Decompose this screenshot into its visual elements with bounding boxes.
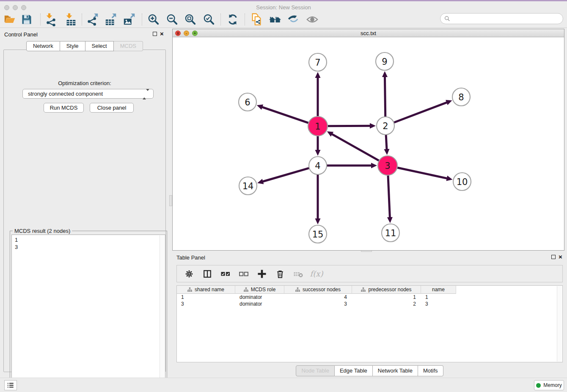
column-header-predecessor-nodes[interactable]: predecessor nodes (352, 286, 421, 294)
network-canvas[interactable]: 7968124314101511 (173, 37, 564, 250)
table-settings-button[interactable] (184, 268, 195, 279)
select-all-button[interactable] (220, 268, 231, 279)
edge-2-8[interactable] (393, 102, 448, 123)
run-mcds-button[interactable]: Run MCDS (44, 103, 84, 113)
cell-MCDS-role[interactable]: dominator (235, 301, 284, 307)
app-title: Session: New Session (0, 4, 567, 11)
edge-3-1[interactable] (331, 134, 380, 161)
open-session-button[interactable] (3, 12, 17, 27)
search-input[interactable] (450, 16, 563, 22)
import-table-button[interactable] (63, 12, 78, 27)
scrollbar[interactable] (557, 286, 562, 362)
control-panel-tabs: NetworkStyleSelectMCDS (0, 41, 169, 51)
task-history-button[interactable] (4, 380, 17, 390)
export-table-icon (104, 13, 118, 26)
tab-network-table[interactable]: Network Table (373, 365, 418, 376)
cell-predecessor-nodes[interactable]: 2 (352, 301, 421, 307)
edge-3-11[interactable] (388, 174, 390, 218)
scrollbar[interactable] (160, 235, 165, 391)
table-row[interactable]: 1dominator411 (177, 294, 562, 301)
cell-name[interactable]: 3 (421, 301, 456, 307)
function-builder-button[interactable]: f(x) (311, 268, 322, 279)
deselect-all-button[interactable] (238, 268, 249, 279)
cell-shared-name[interactable]: 1 (177, 294, 235, 301)
delete-column-button[interactable] (275, 268, 286, 279)
column-label: MCDS role (251, 287, 276, 293)
table-panel: Table Panel × (172, 252, 567, 377)
node-1[interactable]: 1 (308, 116, 328, 136)
edge-2-3[interactable] (386, 134, 387, 150)
column-header-successor-nodes[interactable]: successor nodes (284, 286, 352, 294)
export-image-button[interactable] (122, 12, 137, 27)
float-panel-icon[interactable] (551, 255, 556, 259)
close-panel-button[interactable]: Close panel (90, 103, 134, 113)
close-panel-icon[interactable]: × (559, 254, 562, 260)
node-9[interactable]: 9 (376, 52, 394, 70)
export-network-button[interactable] (85, 12, 100, 27)
edge-1-6[interactable] (261, 107, 309, 123)
node-7[interactable]: 7 (309, 53, 327, 71)
zoom-selected-button[interactable] (202, 12, 216, 27)
column-header-MCDS-role[interactable]: MCDS role (235, 286, 284, 294)
table-row[interactable]: 3dominator323 (177, 301, 562, 307)
node-3[interactable]: 3 (378, 156, 397, 175)
node-14[interactable]: 14 (239, 177, 257, 195)
tab-style[interactable]: Style (60, 41, 85, 51)
tab-select[interactable]: Select (85, 41, 114, 51)
zoom-fit-button[interactable] (183, 12, 198, 27)
cell-successor-nodes[interactable]: 3 (284, 301, 352, 307)
fx-icon: f(x) (310, 269, 323, 278)
network-window-title: scc.txt (173, 30, 564, 36)
save-session-button[interactable] (19, 12, 34, 27)
column-header-shared-name[interactable]: shared name (177, 286, 235, 294)
node-11[interactable]: 11 (382, 224, 399, 242)
clone-network-icon (250, 13, 263, 26)
add-column-button[interactable] (256, 268, 267, 279)
search-box[interactable] (440, 13, 563, 24)
export-table-button[interactable] (104, 12, 118, 27)
delete-table-button[interactable] (293, 268, 304, 279)
mcds-panel: Optimization criterion: strongly connect… (3, 50, 166, 372)
refresh-button[interactable] (226, 12, 240, 27)
tab-motifs[interactable]: Motifs (418, 365, 443, 376)
edge-1-2[interactable] (327, 126, 371, 126)
cell-shared-name[interactable]: 3 (177, 301, 235, 307)
edge-arrow-icon (446, 176, 452, 181)
vertical-splitter-grip[interactable] (169, 195, 172, 206)
birds-eye-button[interactable] (305, 12, 319, 27)
cell-name[interactable]: 1 (421, 294, 456, 301)
column-header-name[interactable]: name (421, 286, 456, 294)
hide-graphics-button[interactable] (286, 12, 300, 27)
tab-network[interactable]: Network (26, 41, 60, 51)
node-15[interactable]: 15 (309, 225, 327, 243)
tab-edge-table[interactable]: Edge Table (335, 365, 373, 376)
node-2[interactable]: 2 (377, 117, 394, 135)
node-10[interactable]: 10 (453, 173, 471, 190)
network-window-titlebar[interactable]: x - + scc.txt (173, 29, 564, 37)
mcds-result-area[interactable]: 13 (11, 235, 165, 392)
memory-button[interactable]: Memory (534, 380, 564, 390)
tab-mcds[interactable]: MCDS (114, 41, 143, 51)
edge-2-9[interactable] (385, 76, 385, 118)
close-panel-icon[interactable]: × (160, 31, 164, 37)
float-panel-icon[interactable] (153, 32, 157, 36)
optimization-criterion-select[interactable]: strongly connected component (22, 89, 154, 99)
clone-network-button[interactable] (249, 12, 264, 27)
tab-node-table[interactable]: Node Table (296, 365, 335, 376)
cell-predecessor-nodes[interactable]: 1 (352, 294, 421, 301)
node-4[interactable]: 4 (309, 157, 327, 174)
cell-MCDS-role[interactable]: dominator (235, 294, 284, 301)
import-network-button[interactable] (44, 12, 58, 27)
zoom-in-button[interactable] (146, 12, 161, 27)
node-6[interactable]: 6 (239, 93, 256, 111)
node-8[interactable]: 8 (452, 88, 470, 106)
edge-4-14[interactable] (262, 168, 310, 182)
home-views-button[interactable] (268, 12, 282, 27)
zoom-selected-icon (203, 13, 215, 26)
edge-arrow-icon (257, 105, 263, 110)
column-view-button[interactable] (202, 268, 213, 279)
cell-successor-nodes[interactable]: 4 (284, 294, 352, 301)
zoom-out-button[interactable] (165, 12, 179, 27)
table-toolbar: f(x) (176, 265, 563, 282)
edge-3-10[interactable] (396, 167, 448, 178)
